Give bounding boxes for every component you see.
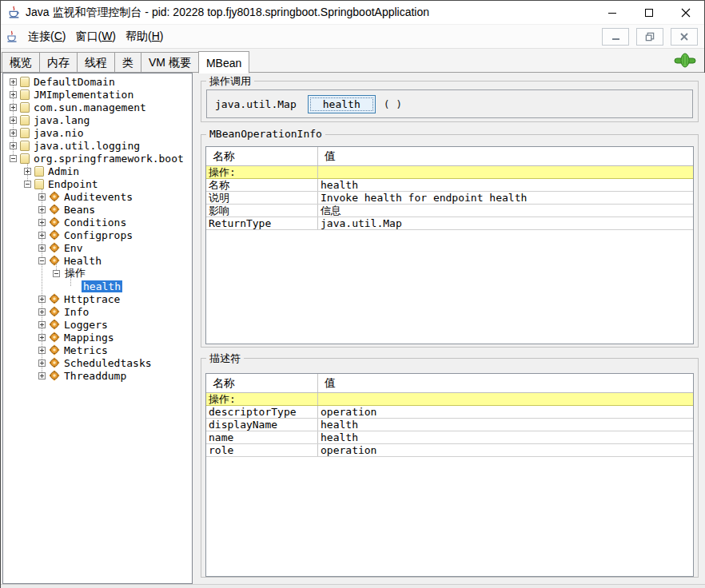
tree-item-health-operation[interactable]: health bbox=[3, 280, 192, 292]
tree-item-mappings[interactable]: Mappings bbox=[3, 331, 192, 344]
cell-name: 说明 bbox=[206, 192, 318, 204]
column-header-value[interactable]: 值 bbox=[318, 374, 693, 392]
tree-item-label: Loggers bbox=[62, 319, 110, 331]
collapse-toggle[interactable] bbox=[53, 270, 60, 277]
cell-value: health bbox=[318, 419, 693, 431]
tree-item-metrics[interactable]: Metrics bbox=[3, 344, 192, 356]
frame-close-button[interactable] bbox=[671, 28, 698, 46]
menu-connection[interactable]: 连接(C) bbox=[23, 27, 70, 46]
expand-toggle[interactable] bbox=[10, 142, 17, 149]
collapse-toggle[interactable] bbox=[38, 257, 46, 264]
window-maximize-button[interactable] bbox=[631, 1, 667, 25]
frame-restore-button[interactable] bbox=[636, 28, 663, 46]
tree-item-jmimplementation[interactable]: JMImplementation bbox=[3, 88, 192, 101]
tree-item-com-sun-management[interactable]: com.sun.management bbox=[3, 101, 192, 113]
tree-item-defaultdomain[interactable]: DefaultDomain bbox=[3, 75, 192, 88]
collapse-toggle[interactable] bbox=[24, 181, 31, 188]
tree-item-conditions[interactable]: Conditions bbox=[3, 216, 192, 228]
tree-item-admin[interactable]: Admin bbox=[3, 165, 192, 177]
expand-toggle[interactable] bbox=[38, 244, 46, 252]
tab-memory[interactable]: 内存 bbox=[39, 52, 77, 73]
expand-toggle[interactable] bbox=[38, 360, 46, 367]
expand-toggle[interactable] bbox=[38, 347, 46, 354]
column-header-name[interactable]: 名称 bbox=[206, 374, 318, 392]
tree-item-operations[interactable]: 操作 bbox=[3, 267, 192, 280]
mbean-icon bbox=[49, 229, 60, 240]
table-row[interactable]: 名称health bbox=[206, 179, 693, 192]
window-minimize-button[interactable] bbox=[594, 1, 631, 25]
tab-threads[interactable]: 线程 bbox=[77, 52, 114, 73]
tree-item-scheduledtasks[interactable]: Scheduledtasks bbox=[3, 356, 192, 369]
expand-toggle[interactable] bbox=[38, 232, 46, 239]
tree-item-beans[interactable]: Beans bbox=[3, 203, 192, 216]
frame-minimize-button[interactable] bbox=[602, 28, 629, 46]
tree-item-label: Configprops bbox=[62, 229, 134, 241]
column-header-name[interactable]: 名称 bbox=[206, 147, 318, 165]
tab-classes[interactable]: 类 bbox=[114, 52, 141, 73]
tree-item-env[interactable]: Env bbox=[3, 241, 192, 254]
expand-toggle[interactable] bbox=[24, 168, 31, 175]
menu-label: 窗口( bbox=[75, 30, 102, 42]
tree-item-loggers[interactable]: Loggers bbox=[3, 318, 192, 331]
tree-item-httptrace[interactable]: Httptrace bbox=[3, 292, 192, 305]
table-row-section[interactable]: 操作: bbox=[206, 166, 693, 179]
table-row[interactable]: descriptorTypeoperation bbox=[206, 406, 693, 419]
tree-item-java-lang[interactable]: java.lang bbox=[3, 113, 192, 126]
operation-params: ( ) bbox=[384, 98, 402, 110]
expand-toggle[interactable] bbox=[10, 117, 17, 124]
expand-toggle[interactable] bbox=[38, 296, 46, 303]
expand-toggle[interactable] bbox=[10, 78, 17, 85]
tree-item-label: Auditevents bbox=[62, 191, 134, 203]
collapse-toggle[interactable] bbox=[10, 155, 17, 162]
menu-bar: 连接(C) 窗口(W) 帮助(H) bbox=[1, 25, 704, 49]
title-bar: Java 监视和管理控制台 - pid: 20228 top.fjy8018.s… bbox=[1, 1, 704, 25]
expand-toggle[interactable] bbox=[38, 334, 46, 341]
jconsole-window: Java 监视和管理控制台 - pid: 20228 top.fjy8018.s… bbox=[0, 0, 705, 588]
folder-icon bbox=[34, 179, 44, 189]
menu-help[interactable]: 帮助(H) bbox=[121, 27, 168, 46]
cell-name: ReturnType bbox=[206, 217, 318, 229]
expand-toggle[interactable] bbox=[38, 193, 46, 201]
expand-toggle[interactable] bbox=[38, 308, 46, 316]
tree-item-org-springframework-boot[interactable]: org.springframework.boot bbox=[3, 152, 192, 165]
tree-item-label: 操作 bbox=[63, 266, 87, 280]
table-row[interactable]: ReturnTypejava.util.Map bbox=[206, 217, 693, 230]
window-close-button[interactable] bbox=[667, 1, 704, 25]
tree-item-java-nio[interactable]: java.nio bbox=[3, 126, 192, 139]
table-row[interactable]: namehealth bbox=[206, 431, 693, 444]
tab-vm-summary[interactable]: VM 概要 bbox=[141, 52, 198, 73]
tree-item-info[interactable]: Info bbox=[3, 305, 192, 318]
table-row[interactable]: displayNamehealth bbox=[206, 419, 693, 431]
table-row[interactable]: 影响信息 bbox=[206, 205, 693, 217]
tree-item-java-util-logging[interactable]: java.util.logging bbox=[3, 139, 192, 152]
expand-toggle[interactable] bbox=[38, 219, 46, 226]
close-icon bbox=[680, 33, 688, 41]
expand-toggle[interactable] bbox=[38, 321, 46, 328]
operation-return-type: java.util.Map bbox=[215, 98, 297, 110]
group-title: 描述符 bbox=[206, 352, 244, 366]
tree-item-endpoint[interactable]: Endpoint bbox=[3, 177, 192, 190]
expand-toggle[interactable] bbox=[10, 104, 17, 111]
expand-toggle[interactable] bbox=[10, 129, 17, 137]
tree-item-health[interactable]: Health bbox=[3, 254, 192, 267]
menu-window[interactable]: 窗口(W) bbox=[70, 27, 121, 46]
expand-toggle[interactable] bbox=[10, 91, 17, 98]
tab-overview[interactable]: 概览 bbox=[2, 52, 39, 73]
expand-toggle[interactable] bbox=[38, 206, 46, 213]
connection-status[interactable] bbox=[674, 53, 696, 71]
group-title: MBeanOperationInfo bbox=[206, 128, 325, 140]
tree-item-configprops[interactable]: Configprops bbox=[3, 228, 192, 241]
table-row-section[interactable]: 操作: bbox=[206, 393, 693, 406]
tree-item-threaddump[interactable]: Threaddump bbox=[3, 369, 192, 382]
tab-mbean[interactable]: MBean bbox=[198, 51, 249, 74]
tree-item-auditevents[interactable]: Auditevents bbox=[3, 190, 192, 203]
table-row[interactable]: 说明Invoke health for endpoint health bbox=[206, 192, 693, 205]
invoke-health-button[interactable]: health bbox=[308, 95, 376, 113]
menu-label: 帮助( bbox=[125, 30, 152, 42]
tree-item-label: DefaultDomain bbox=[32, 76, 117, 88]
expand-toggle[interactable] bbox=[38, 372, 46, 379]
table-row[interactable]: roleoperation bbox=[206, 444, 693, 457]
column-header-value[interactable]: 值 bbox=[318, 147, 693, 165]
folder-icon bbox=[20, 153, 30, 164]
minimize-icon bbox=[608, 13, 616, 14]
